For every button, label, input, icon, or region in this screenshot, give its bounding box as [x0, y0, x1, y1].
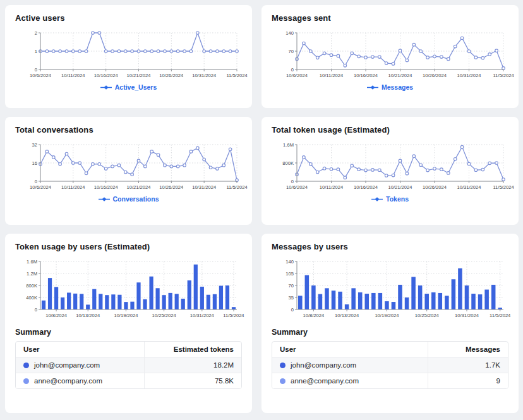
svg-text:10/16/2024: 10/16/2024	[354, 184, 378, 190]
svg-text:10/21/2024: 10/21/2024	[388, 73, 412, 78]
table-row: john@company.com 18.2M	[16, 357, 241, 373]
tokens-line-chart: 0800K1.6M10/6/202410/11/202410/16/202410…	[272, 141, 508, 194]
svg-text:10/31/2024: 10/31/2024	[190, 313, 214, 318]
svg-text:10/8/2024: 10/8/2024	[303, 313, 324, 318]
messages-sent-line-chart: 07014010/6/202410/11/202410/16/202410/21…	[272, 29, 508, 82]
svg-text:0: 0	[35, 307, 37, 313]
line-series-icon	[371, 196, 383, 202]
svg-text:2: 2	[35, 30, 37, 36]
svg-text:10/31/2024: 10/31/2024	[457, 73, 481, 78]
messages-value: 1.7K	[428, 357, 508, 373]
svg-text:11/5/2024: 11/5/2024	[226, 184, 247, 190]
card-messages-sent: Messages sent 07014010/6/202410/11/20241…	[262, 5, 519, 108]
estimated-tokens-value: 18.2M	[144, 357, 241, 373]
summary-table-tokens: User Estimated tokens john@company.com 1…	[15, 341, 242, 389]
svg-text:10/11/2024: 10/11/2024	[320, 184, 343, 190]
legend-messages[interactable]: Messages	[272, 83, 508, 91]
svg-text:11/5/2024: 11/5/2024	[493, 184, 514, 190]
svg-text:10/8/2024: 10/8/2024	[45, 313, 67, 318]
card-token-usage-by-users: Token usage by users (Estimated) 0400K80…	[5, 234, 252, 413]
bar-chart-svg: 0357010514010/8/202410/13/202410/19/2024…	[272, 258, 508, 322]
svg-text:0: 0	[291, 307, 294, 313]
svg-text:1.2M: 1.2M	[27, 271, 37, 277]
svg-text:32: 32	[32, 142, 37, 148]
legend-label: Messages	[382, 83, 413, 91]
line-series-icon	[100, 85, 112, 90]
card-total-token-usage: Total token usage (Estimated) 0800K1.6M1…	[262, 117, 519, 225]
svg-text:800K: 800K	[26, 283, 37, 289]
line-chart-svg: 01210/6/202410/11/202410/16/202410/21/20…	[15, 29, 242, 82]
svg-text:10/11/2024: 10/11/2024	[61, 184, 85, 190]
svg-text:10/25/2024: 10/25/2024	[415, 313, 439, 318]
svg-text:0: 0	[35, 67, 37, 73]
legend-conversations[interactable]: Conversations	[15, 195, 242, 203]
user-color-dot	[280, 363, 286, 368]
svg-text:10/16/2024: 10/16/2024	[94, 184, 118, 190]
summary-table-messages: User Messages john@company.com 1.7K	[272, 341, 508, 389]
column-header-messages: Messages	[428, 342, 508, 357]
legend-active-users[interactable]: Active_Users	[15, 83, 242, 91]
svg-text:1: 1	[35, 49, 37, 54]
svg-text:10/6/2024: 10/6/2024	[286, 73, 308, 78]
chart-title-total-token-usage: Total token usage (Estimated)	[272, 125, 508, 135]
line-series-icon	[99, 196, 110, 202]
svg-text:16: 16	[32, 160, 37, 166]
svg-text:10/31/2024: 10/31/2024	[192, 184, 216, 190]
active-users-line-chart: 01210/6/202410/11/202410/16/202410/21/20…	[15, 29, 242, 82]
token-usage-bar-chart: 0400K800K1.2M1.6M10/8/202410/13/202410/1…	[15, 258, 242, 322]
column-header-user: User	[16, 342, 144, 357]
chart-title-active-users: Active users	[15, 13, 242, 23]
chart-title-messages-by-users: Messages by users	[272, 242, 508, 251]
svg-text:10/6/2024: 10/6/2024	[286, 184, 308, 190]
svg-text:10/31/2024: 10/31/2024	[457, 184, 481, 190]
legend-tokens[interactable]: Tokens	[272, 195, 508, 203]
svg-text:10/21/2024: 10/21/2024	[126, 73, 150, 78]
svg-text:10/26/2024: 10/26/2024	[159, 73, 183, 78]
svg-text:10/16/2024: 10/16/2024	[94, 73, 118, 78]
line-chart-svg: 0163210/6/202410/11/202410/16/202410/21/…	[15, 141, 242, 194]
svg-text:10/11/2024: 10/11/2024	[61, 73, 85, 78]
svg-text:10/31/2024: 10/31/2024	[455, 313, 479, 318]
svg-text:400K: 400K	[26, 295, 37, 301]
column-header-user: User	[272, 342, 428, 357]
svg-text:10/21/2024: 10/21/2024	[126, 184, 150, 190]
svg-text:70: 70	[289, 49, 294, 54]
svg-text:10/31/2024: 10/31/2024	[192, 73, 216, 78]
svg-text:35: 35	[289, 295, 294, 301]
messages-value: 9	[428, 373, 508, 389]
svg-text:70: 70	[289, 283, 294, 289]
table-row: anne@company.com 9	[272, 373, 508, 389]
svg-text:10/19/2024: 10/19/2024	[114, 313, 138, 318]
svg-text:10/16/2024: 10/16/2024	[354, 73, 378, 78]
summary-heading: Summary	[272, 328, 508, 337]
chart-title-total-conversations: Total conversations	[15, 125, 242, 135]
svg-text:11/5/2024: 11/5/2024	[493, 73, 514, 78]
summary-heading: Summary	[15, 328, 242, 337]
svg-text:1.6M: 1.6M	[283, 142, 294, 148]
chart-title-token-usage-by-users: Token usage by users (Estimated)	[15, 242, 242, 251]
svg-text:800K: 800K	[282, 160, 294, 166]
svg-text:105: 105	[286, 271, 294, 277]
column-header-estimated-tokens: Estimated tokens	[144, 342, 241, 357]
svg-text:0: 0	[291, 67, 294, 73]
svg-text:11/5/2024: 11/5/2024	[223, 313, 244, 318]
estimated-tokens-value: 75.8K	[144, 373, 241, 389]
svg-text:10/11/2024: 10/11/2024	[320, 73, 343, 78]
bar-chart-svg: 0400K800K1.2M1.6M10/8/202410/13/202410/1…	[15, 258, 242, 322]
svg-text:10/26/2024: 10/26/2024	[423, 184, 447, 190]
svg-text:10/13/2024: 10/13/2024	[335, 313, 359, 318]
card-total-conversations: Total conversations 0163210/6/202410/11/…	[5, 117, 252, 225]
user-email: john@company.com	[291, 361, 356, 369]
table-row: john@company.com 1.7K	[272, 357, 508, 373]
user-color-dot	[23, 363, 29, 368]
user-email: anne@company.com	[291, 377, 359, 385]
svg-text:10/25/2024: 10/25/2024	[152, 313, 176, 318]
chart-title-messages-sent: Messages sent	[272, 13, 508, 23]
svg-text:11/5/2024: 11/5/2024	[226, 73, 247, 78]
svg-text:10/21/2024: 10/21/2024	[388, 184, 412, 190]
legend-label: Tokens	[386, 195, 409, 203]
messages-bar-chart: 0357010514010/8/202410/13/202410/19/2024…	[272, 258, 508, 322]
svg-text:10/26/2024: 10/26/2024	[159, 184, 183, 190]
line-chart-svg: 07014010/6/202410/11/202410/16/202410/21…	[272, 29, 508, 82]
svg-text:10/13/2024: 10/13/2024	[76, 313, 100, 318]
